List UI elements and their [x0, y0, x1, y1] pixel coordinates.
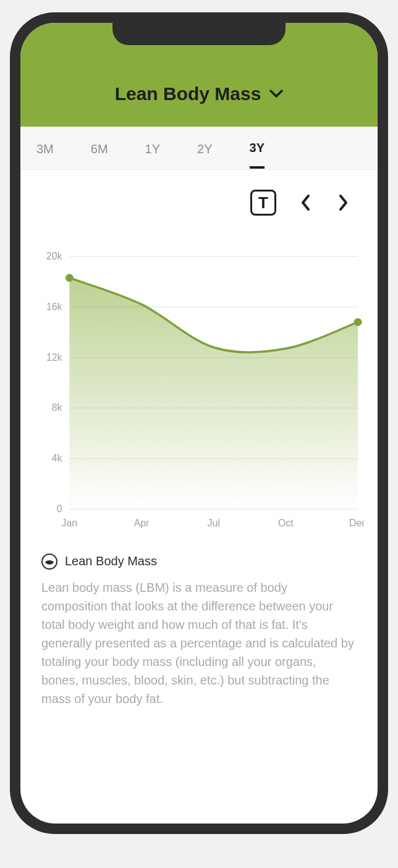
svg-text:Oct: Oct — [278, 518, 294, 528]
tab-6m[interactable]: 6M — [91, 129, 108, 167]
info-header: Lean Body Mass — [41, 554, 357, 570]
lean-body-mass-chart: 20k16k12k8k4k0JanAprJulOctDec — [34, 250, 364, 537]
prev-button[interactable] — [296, 193, 315, 212]
tab-2y[interactable]: 2Y — [197, 129, 212, 167]
page-title: Lean Body Mass — [115, 83, 261, 104]
tab-3m[interactable]: 3M — [36, 129, 54, 167]
chevron-left-icon — [300, 194, 310, 211]
svg-text:Jul: Jul — [208, 518, 220, 528]
metric-selector[interactable]: Lean Body Mass — [115, 83, 284, 104]
chevron-down-icon — [269, 90, 283, 98]
svg-text:Jan: Jan — [62, 518, 78, 528]
chart-toolbar: T — [20, 170, 378, 219]
tab-3y[interactable]: 3Y — [250, 127, 265, 169]
today-button[interactable]: T — [250, 190, 276, 216]
tab-1y[interactable]: 1Y — [145, 129, 160, 167]
svg-text:12k: 12k — [46, 352, 62, 363]
chevron-right-icon — [339, 194, 349, 211]
svg-text:20k: 20k — [46, 251, 62, 261]
phone-notch — [112, 23, 286, 45]
svg-text:16k: 16k — [46, 301, 62, 312]
lean-body-mass-icon — [41, 554, 57, 570]
svg-text:Apr: Apr — [134, 518, 150, 528]
screen: Lean Body Mass 3M 6M 1Y 2Y 3Y T — [20, 23, 378, 824]
next-button[interactable] — [334, 193, 353, 212]
info-title: Lean Body Mass — [65, 554, 157, 568]
svg-text:Dec: Dec — [349, 518, 364, 528]
range-tabs: 3M 6M 1Y 2Y 3Y — [20, 127, 378, 170]
info-body: Lean body mass (LBM) is a measure of bod… — [41, 578, 357, 708]
svg-point-13 — [354, 318, 362, 326]
chart-area: 20k16k12k8k4k0JanAprJulOctDec — [20, 219, 378, 537]
svg-text:4k: 4k — [52, 453, 62, 463]
svg-text:8k: 8k — [52, 402, 62, 413]
svg-point-12 — [66, 274, 74, 282]
phone-frame: Lean Body Mass 3M 6M 1Y 2Y 3Y T — [10, 12, 388, 834]
svg-text:0: 0 — [57, 504, 62, 514]
info-section: Lean Body Mass Lean body mass (LBM) is a… — [20, 537, 378, 720]
